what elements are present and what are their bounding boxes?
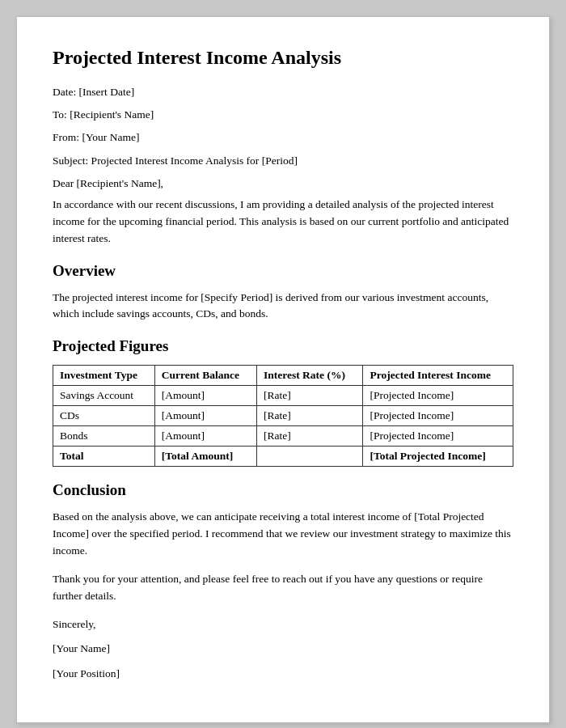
table-cell: Bonds bbox=[53, 426, 155, 447]
closing-sincerely: Sincerely, bbox=[53, 616, 513, 633]
col-header-projected-income: Projected Interest Income bbox=[363, 366, 513, 386]
table-total-cell: [Total Projected Income] bbox=[363, 447, 513, 467]
projected-figures-heading: Projected Figures bbox=[53, 337, 513, 355]
table-cell: [Amount] bbox=[154, 406, 256, 426]
table-cell: [Amount] bbox=[154, 386, 256, 406]
projected-figures-table: Investment Type Current Balance Interest… bbox=[53, 365, 513, 467]
table-cell: [Rate] bbox=[256, 406, 363, 426]
document-title: Projected Interest Income Analysis bbox=[53, 46, 513, 70]
overview-paragraph: The projected interest income for [Speci… bbox=[53, 290, 513, 324]
projected-figures-table-wrapper: Investment Type Current Balance Interest… bbox=[53, 365, 513, 467]
table-cell: [Amount] bbox=[154, 426, 256, 447]
table-cell: [Rate] bbox=[256, 386, 363, 406]
table-cell: CDs bbox=[53, 406, 155, 426]
col-header-current-balance: Current Balance bbox=[154, 366, 256, 386]
table-row: CDs[Amount][Rate][Projected Income] bbox=[53, 406, 513, 426]
table-total-row: Total[Total Amount][Total Projected Inco… bbox=[53, 447, 513, 467]
table-cell: Savings Account bbox=[53, 386, 155, 406]
conclusion-paragraph-1: Based on the analysis above, we can anti… bbox=[53, 509, 513, 560]
salutation: Dear [Recipient's Name], bbox=[53, 177, 513, 190]
from-line: From: [Your Name] bbox=[53, 129, 513, 146]
subject-line: Subject: Projected Interest Income Analy… bbox=[53, 153, 513, 169]
closing-name: [Your Name] bbox=[53, 641, 513, 657]
table-cell: [Projected Income] bbox=[363, 406, 513, 426]
table-cell: [Rate] bbox=[256, 426, 363, 447]
col-header-interest-rate: Interest Rate (%) bbox=[256, 366, 363, 386]
col-header-investment-type: Investment Type bbox=[53, 366, 155, 386]
table-total-cell: [Total Amount] bbox=[154, 447, 256, 467]
document-container: Projected Interest Income Analysis Date:… bbox=[16, 16, 550, 723]
table-row: Bonds[Amount][Rate][Projected Income] bbox=[53, 426, 513, 447]
table-header-row: Investment Type Current Balance Interest… bbox=[53, 366, 513, 386]
table-row: Savings Account[Amount][Rate][Projected … bbox=[53, 386, 513, 406]
table-cell: [Projected Income] bbox=[363, 386, 513, 406]
conclusion-heading: Conclusion bbox=[53, 481, 513, 499]
to-line: To: [Recipient's Name] bbox=[53, 107, 513, 123]
table-cell: [Projected Income] bbox=[363, 426, 513, 447]
conclusion-paragraph-2: Thank you for your attention, and please… bbox=[53, 571, 513, 605]
table-total-cell: Total bbox=[53, 447, 155, 467]
closing-position: [Your Position] bbox=[53, 666, 513, 682]
date-line: Date: [Insert Date] bbox=[53, 84, 513, 100]
table-total-cell bbox=[256, 447, 363, 467]
intro-paragraph: In accordance with our recent discussion… bbox=[53, 197, 513, 248]
overview-heading: Overview bbox=[53, 262, 513, 280]
